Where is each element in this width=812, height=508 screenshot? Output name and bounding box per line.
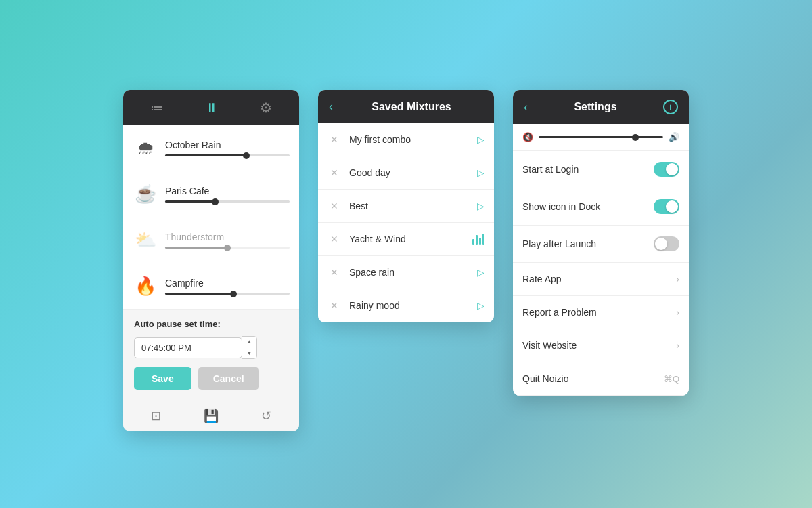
- mix-close-button[interactable]: ✕: [328, 200, 341, 211]
- settings-item-start-at-login: Start at Login: [513, 151, 689, 188]
- display-icon[interactable]: ⊡: [151, 408, 161, 423]
- sound-name-october-rain: October Rain: [165, 140, 290, 150]
- mixture-list: ✕ My first combo ▷ ✕ Good day ▷ ✕ Best ▷…: [318, 123, 494, 322]
- settings-label: Play after Launch: [522, 238, 654, 249]
- mixture-item: ✕ Yacht & Wind: [318, 223, 494, 256]
- time-stepper[interactable]: ▲ ▼: [242, 336, 257, 359]
- settings-label: Rate App: [522, 274, 676, 284]
- sound-icon-paris-cafe: ☕: [133, 184, 158, 205]
- mixture-item: ✕ Best ▷: [318, 190, 494, 223]
- slider-track-thunderstorm[interactable]: [165, 247, 290, 249]
- save-button[interactable]: Save: [134, 367, 191, 390]
- mix-close-button[interactable]: ✕: [328, 234, 341, 245]
- panels-container: ≔ ⏸ ⚙ 🌧 October Rain ☕ Paris Cafe: [123, 90, 689, 431]
- settings-label: Visit Website: [522, 340, 676, 351]
- sound-item-paris-cafe: ☕ Paris Cafe: [123, 171, 299, 217]
- mix-name: Rainy mood: [349, 300, 477, 311]
- sound-name-paris-cafe: Paris Cafe: [165, 186, 290, 196]
- action-buttons: Save Cancel: [134, 367, 288, 390]
- settings-label: Start at Login: [522, 164, 654, 175]
- volume-thumb[interactable]: [632, 134, 639, 141]
- sound-info-october-rain: October Rain: [165, 140, 290, 156]
- volume-slider[interactable]: [539, 136, 663, 138]
- sound-name-thunderstorm: Thunderstorm: [165, 232, 290, 242]
- slider-track-october-rain[interactable]: [165, 154, 290, 156]
- sound-item-thunderstorm: ⛅ Thunderstorm: [123, 217, 299, 263]
- main-footer: ⊡ 💾 ↺: [123, 400, 299, 431]
- mix-close-button[interactable]: ✕: [328, 134, 341, 145]
- stepper-down-btn[interactable]: ▼: [242, 347, 256, 358]
- mix-name: Yacht & Wind: [349, 234, 472, 245]
- sound-item-campfire: 🔥 Campfire: [123, 263, 299, 310]
- toggle-thumb: [666, 163, 678, 175]
- sound-info-campfire: Campfire: [165, 278, 290, 295]
- mixer-icon[interactable]: ⏸: [205, 100, 219, 116]
- mix-play-button[interactable]: ▷: [477, 267, 484, 278]
- settings-title: Settings: [528, 101, 663, 113]
- toggle-thumb: [666, 200, 678, 213]
- mix-play-button[interactable]: ▷: [477, 134, 484, 145]
- sound-icon-october-rain: 🌧: [133, 137, 158, 158]
- mixture-item: ✕ Good day ▷: [318, 156, 494, 190]
- mixture-item: ✕ My first combo ▷: [318, 123, 494, 156]
- list-icon[interactable]: ≔: [150, 100, 164, 116]
- time-input-row: ▲ ▼: [134, 336, 288, 359]
- mix-play-button[interactable]: ▷: [477, 167, 484, 178]
- settings-label: Show icon in Dock: [522, 201, 654, 212]
- mix-name: Good day: [349, 167, 477, 178]
- toggle-start-at-login[interactable]: [654, 162, 679, 177]
- settings-item-play-after-launch: Play after Launch: [513, 226, 689, 263]
- settings-item-report-a-problem: Report a Problem ›: [513, 296, 689, 329]
- auto-pause-label: Auto pause set time:: [134, 319, 288, 329]
- settings-item-quit-noizio: Quit Noizio ⌘Q: [513, 362, 689, 396]
- sound-info-thunderstorm: Thunderstorm: [165, 232, 290, 249]
- mix-playing-indicator: [472, 234, 484, 245]
- saved-title: Saved Mixtures: [340, 101, 483, 113]
- settings-label: Quit Noizio: [522, 373, 664, 384]
- timer-icon[interactable]: ↺: [261, 408, 271, 423]
- settings-label: Report a Problem: [522, 307, 676, 318]
- toggle-thumb: [655, 238, 667, 250]
- toggle-play-after-launch[interactable]: [654, 236, 679, 251]
- shortcut-text: ⌘Q: [664, 374, 679, 384]
- chevron-right-icon: ›: [676, 340, 679, 351]
- saved-back-button[interactable]: ‹: [329, 100, 333, 114]
- settings-list: Start at Login Show icon in Dock Play af…: [513, 151, 689, 396]
- save-mix-icon[interactable]: 💾: [204, 408, 219, 423]
- settings-item-visit-website: Visit Website ›: [513, 329, 689, 362]
- chevron-right-icon: ›: [676, 274, 679, 284]
- panel-main: ≔ ⏸ ⚙ 🌧 October Rain ☕ Paris Cafe: [123, 90, 299, 431]
- sound-name-campfire: Campfire: [165, 278, 290, 289]
- auto-pause-section: Auto pause set time: ▲ ▼ Save Cancel: [123, 310, 299, 400]
- sound-list: 🌧 October Rain ☕ Paris Cafe ⛅ Thunders: [123, 125, 299, 310]
- mix-close-button[interactable]: ✕: [328, 300, 341, 311]
- mix-close-button[interactable]: ✕: [328, 267, 341, 278]
- panel-settings: ‹ Settings i 🔇 🔊 Start at Login Show ico…: [513, 90, 689, 396]
- stepper-up-btn[interactable]: ▲: [242, 337, 256, 347]
- info-button[interactable]: i: [663, 100, 678, 114]
- mixture-item: ✕ Rainy mood ▷: [318, 289, 494, 322]
- sound-icon-thunderstorm: ⛅: [133, 230, 158, 251]
- volume-row: 🔇 🔊: [513, 124, 689, 151]
- slider-track-campfire[interactable]: [165, 293, 290, 295]
- settings-item-rate-app: Rate App ›: [513, 263, 689, 296]
- panel-saved: ‹ Saved Mixtures ✕ My first combo ▷ ✕ Go…: [318, 90, 494, 322]
- settings-item-show-icon-in-dock: Show icon in Dock: [513, 188, 689, 226]
- volume-max-icon: 🔊: [669, 132, 679, 142]
- mix-name: Space rain: [349, 267, 477, 278]
- settings-icon[interactable]: ⚙: [260, 100, 272, 116]
- sound-icon-campfire: 🔥: [133, 276, 158, 297]
- mix-name: Best: [349, 200, 477, 211]
- mix-play-button[interactable]: ▷: [477, 300, 484, 311]
- mixture-item: ✕ Space rain ▷: [318, 256, 494, 289]
- mix-close-button[interactable]: ✕: [328, 167, 341, 178]
- volume-min-icon: 🔇: [522, 132, 533, 142]
- time-input[interactable]: [134, 337, 242, 358]
- slider-track-paris-cafe[interactable]: [165, 200, 290, 203]
- mix-play-button[interactable]: ▷: [477, 200, 484, 211]
- main-header: ≔ ⏸ ⚙: [123, 90, 299, 125]
- toggle-show-icon-in-dock[interactable]: [654, 199, 679, 214]
- sound-item-october-rain: 🌧 October Rain: [123, 125, 299, 171]
- cancel-button[interactable]: Cancel: [198, 367, 259, 390]
- sound-info-paris-cafe: Paris Cafe: [165, 186, 290, 203]
